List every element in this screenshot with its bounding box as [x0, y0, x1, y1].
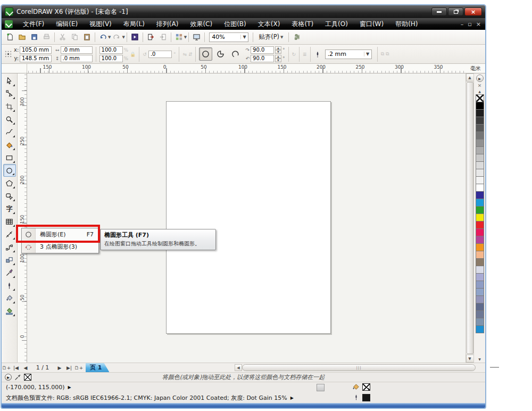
- menu-effects[interactable]: 效果(C): [184, 18, 218, 30]
- next-page-icon[interactable]: ▶: [55, 364, 64, 372]
- menu-bitmaps[interactable]: 位图(B): [218, 18, 252, 30]
- fill-color-swatch-none[interactable]: [362, 383, 370, 391]
- palette-pin-icon[interactable]: ✕: [478, 83, 482, 89]
- color-swatch[interactable]: [476, 228, 484, 236]
- color-swatch[interactable]: [476, 236, 484, 244]
- eyedropper-icon[interactable]: [14, 374, 21, 381]
- end-angle-down-icon[interactable]: ▼: [275, 59, 281, 62]
- horizontal-scrollbar[interactable]: ◀ |||: [235, 364, 476, 372]
- color-swatch[interactable]: [476, 258, 484, 266]
- open-icon[interactable]: [16, 31, 28, 43]
- coordinates-expand-icon[interactable]: ▶: [68, 385, 71, 390]
- smart-fill-tool[interactable]: [3, 138, 16, 151]
- crop-tool[interactable]: [3, 100, 16, 113]
- menu-view[interactable]: 视图(V): [84, 18, 118, 30]
- shape-tool[interactable]: [3, 87, 16, 100]
- color-swatch[interactable]: [476, 176, 484, 184]
- flyout-item-ellipse[interactable]: 椭圆形(E)F7: [22, 228, 98, 241]
- add-page-icon-2[interactable]: 🗋+: [74, 364, 84, 372]
- previous-page-icon[interactable]: ◀: [21, 364, 30, 372]
- color-swatch[interactable]: [476, 206, 484, 214]
- undo-icon[interactable]: [97, 31, 109, 43]
- restore-button[interactable]: [448, 7, 463, 16]
- start-angle-down-icon[interactable]: ▼: [275, 50, 281, 54]
- rotation-angle-field[interactable]: [148, 51, 172, 58]
- doc-palette-no-color-swatch[interactable]: [24, 374, 31, 381]
- connector-tool[interactable]: [3, 241, 16, 253]
- color-swatch[interactable]: [476, 184, 484, 192]
- last-page-icon[interactable]: ▶|: [64, 364, 74, 372]
- color-swatch[interactable]: [476, 161, 484, 169]
- color-swatch[interactable]: [476, 102, 484, 110]
- color-swatch[interactable]: [476, 243, 484, 251]
- color-swatch[interactable]: [476, 273, 484, 281]
- color-swatch[interactable]: [476, 295, 484, 303]
- color-swatch[interactable]: [476, 139, 484, 147]
- coreldraw-balloon-icon[interactable]: [5, 20, 13, 28]
- zoom-tool[interactable]: [3, 113, 16, 126]
- document-restore-icon[interactable]: ▫: [468, 21, 471, 28]
- document-minimize-icon[interactable]: –: [461, 21, 464, 28]
- flyout-item-3-point-ellipse[interactable]: 3 点椭圆形(3): [22, 241, 98, 253]
- color-swatch[interactable]: [476, 318, 484, 326]
- color-swatch[interactable]: [476, 310, 484, 318]
- color-swatch[interactable]: [476, 221, 484, 229]
- object-width-field[interactable]: [61, 46, 93, 54]
- palette-scroll-down-icon[interactable]: ▼: [478, 357, 481, 363]
- color-swatch[interactable]: [476, 154, 484, 162]
- object-height-field[interactable]: [61, 55, 93, 62]
- new-document-icon[interactable]: [4, 31, 16, 43]
- color-swatch[interactable]: [476, 146, 484, 154]
- end-angle-field[interactable]: [251, 55, 274, 62]
- no-color-swatch[interactable]: [476, 94, 484, 102]
- end-angle-up-icon[interactable]: ▲: [275, 55, 281, 59]
- color-swatch[interactable]: [476, 266, 484, 274]
- document-close-icon[interactable]: ×: [476, 21, 481, 28]
- scale-y-field[interactable]: [99, 55, 123, 62]
- outline-color-swatch-black[interactable]: [362, 394, 370, 401]
- paste-icon[interactable]: [81, 31, 93, 43]
- add-page-icon[interactable]: 🗋+: [2, 364, 11, 372]
- pie-mode-button[interactable]: [214, 47, 227, 61]
- outline-width-dropdown-icon[interactable]: ▼: [364, 52, 371, 56]
- color-swatch[interactable]: [476, 303, 484, 311]
- zoom-level-input[interactable]: [210, 34, 237, 40]
- close-button[interactable]: ×: [464, 7, 482, 16]
- zoom-dropdown-icon[interactable]: ▼: [240, 35, 248, 39]
- color-swatch[interactable]: [476, 288, 484, 296]
- horizontal-scroll-thumb[interactable]: |||: [242, 364, 476, 371]
- outline-width-input[interactable]: [326, 51, 353, 57]
- outline-width-combo[interactable]: ▼: [325, 50, 372, 59]
- fill-tool[interactable]: [3, 292, 16, 305]
- blend-tool[interactable]: [3, 253, 16, 266]
- arc-mode-button[interactable]: [229, 47, 242, 61]
- color-swatch[interactable]: [476, 109, 484, 117]
- interactive-fill-tool[interactable]: [3, 305, 16, 317]
- scale-x-field[interactable]: [99, 46, 123, 54]
- page-tab[interactable]: 页 1: [86, 363, 109, 372]
- color-swatch[interactable]: [476, 131, 484, 139]
- search-content-icon[interactable]: [129, 31, 141, 43]
- object-x-field[interactable]: [20, 46, 52, 54]
- document-page[interactable]: [166, 101, 331, 334]
- doc-palette-flyout-button[interactable]: ▶: [5, 374, 12, 381]
- pick-tool[interactable]: [3, 75, 16, 87]
- menu-edit[interactable]: 编辑(E): [50, 18, 84, 30]
- table-tool[interactable]: [3, 215, 16, 228]
- color-swatch[interactable]: [476, 124, 484, 132]
- profile-expand-icon[interactable]: ▶: [290, 396, 294, 400]
- menu-arrange[interactable]: 排列(A): [151, 18, 185, 30]
- save-icon[interactable]: [28, 31, 40, 43]
- welcome-screen-icon[interactable]: [190, 31, 203, 43]
- text-wrap-icon[interactable]: ≣: [303, 52, 307, 57]
- color-swatch[interactable]: [476, 325, 484, 333]
- palette-flyout-button[interactable]: ▶: [476, 75, 484, 82]
- menu-text[interactable]: 文本(X): [252, 18, 286, 30]
- options-icon[interactable]: [291, 31, 303, 43]
- text-tool[interactable]: 字: [3, 202, 16, 215]
- horizontal-ruler[interactable]: 15010050050100150200250300350: [27, 64, 466, 73]
- color-eyedropper-tool[interactable]: [3, 266, 16, 279]
- import-icon[interactable]: [145, 31, 157, 43]
- menu-file[interactable]: 文件(F): [17, 18, 50, 30]
- menu-table[interactable]: 表格(T): [286, 18, 319, 30]
